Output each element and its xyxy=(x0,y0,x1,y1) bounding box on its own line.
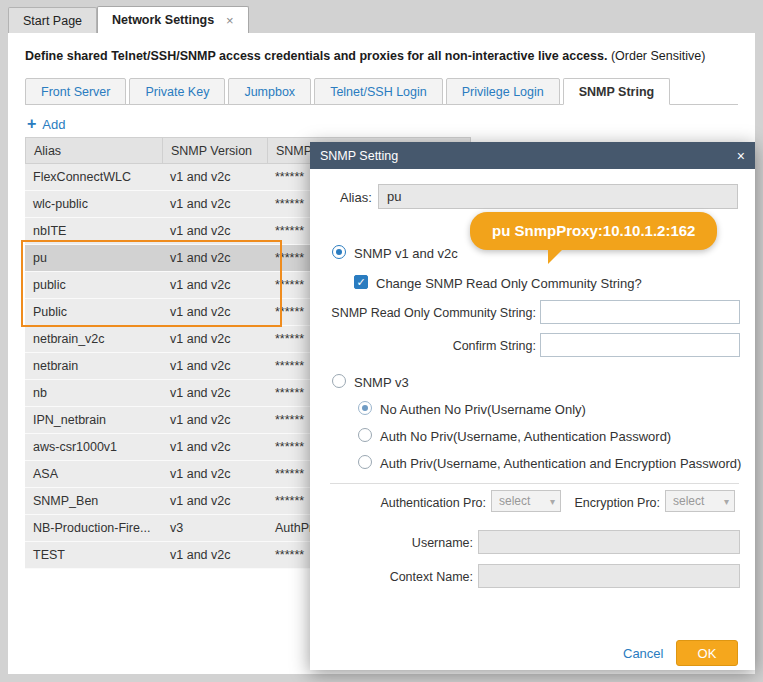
dialog-header: SNMP Setting × xyxy=(310,142,755,169)
cell-alias: TEST xyxy=(25,542,162,568)
v3-auth-priv-label: Auth Priv(Username, Authentication and E… xyxy=(380,456,741,471)
column-header-snmp-version[interactable]: SNMP Version xyxy=(163,138,268,163)
cell-alias: nb xyxy=(25,380,162,406)
cell-alias: Public xyxy=(25,299,162,325)
read-only-string-input[interactable] xyxy=(540,300,740,324)
add-button-label: Add xyxy=(42,117,65,132)
cell-snmp-version: v1 and v2c xyxy=(162,542,267,568)
authentication-pro-label: Authentication Pro: xyxy=(348,496,486,510)
confirm-string-input[interactable] xyxy=(540,333,740,357)
add-button[interactable]: + Add xyxy=(27,115,65,133)
description-text: Define shared Telnet/SSH/SNMP access cre… xyxy=(25,49,607,63)
read-only-string-label: SNMP Read Only Community String: xyxy=(328,306,536,320)
ok-button[interactable]: OK xyxy=(676,640,738,666)
cell-alias: public xyxy=(25,272,162,298)
encryption-pro-select[interactable]: select ▾ xyxy=(665,490,735,512)
cell-snmp-version: v1 and v2c xyxy=(162,326,267,352)
v3-auth-priv-radio[interactable] xyxy=(358,455,372,469)
change-community-string-checkbox[interactable]: ✓ xyxy=(354,275,368,289)
authentication-pro-select[interactable]: select ▾ xyxy=(491,490,561,512)
cell-snmp-version: v1 and v2c xyxy=(162,218,267,244)
tab-private-key[interactable]: Private Key xyxy=(129,78,225,105)
cell-alias: ASA xyxy=(25,461,162,487)
cell-alias: netbrain_v2c xyxy=(25,326,162,352)
snmp-setting-dialog: SNMP Setting × Alias: SNMP v1 and v2c pu… xyxy=(310,142,755,670)
dialog-close-icon[interactable]: × xyxy=(737,148,745,164)
cell-snmp-version: v1 and v2c xyxy=(162,353,267,379)
snmp-v1v2-label: SNMP v1 and v2c xyxy=(354,246,458,261)
cell-alias: nbITE xyxy=(25,218,162,244)
username-label: Username: xyxy=(368,536,473,550)
tab-start-page-label: Start Page xyxy=(23,14,82,28)
cell-alias: wlc-public xyxy=(25,191,162,217)
dialog-title: SNMP Setting xyxy=(320,149,398,163)
cell-alias: SNMP_Ben xyxy=(25,488,162,514)
tab-network-settings-label: Network Settings xyxy=(112,13,214,27)
v3-no-authen-radio[interactable] xyxy=(358,401,372,415)
encryption-pro-value: select xyxy=(673,494,704,508)
v3-auth-no-priv-label: Auth No Priv(Username, Authentication Pa… xyxy=(380,429,671,444)
snmp-proxy-tooltip-text: pu SnmpProxy:10.10.1.2:162 xyxy=(492,222,695,239)
cell-snmp-version: v1 and v2c xyxy=(162,272,267,298)
snmp-v1v2-radio[interactable] xyxy=(332,245,346,259)
authentication-pro-value: select xyxy=(499,494,530,508)
cell-snmp-version: v1 and v2c xyxy=(162,407,267,433)
cell-snmp-version: v1 and v2c xyxy=(162,164,267,190)
snmp-v3-radio[interactable] xyxy=(332,374,346,388)
cell-snmp-version: v1 and v2c xyxy=(162,488,267,514)
tab-telnet-ssh-login[interactable]: Telnet/SSH Login xyxy=(314,78,443,105)
cell-alias: aws-csr1000v1 xyxy=(25,434,162,460)
cell-snmp-version: v1 and v2c xyxy=(162,380,267,406)
cell-snmp-version: v1 and v2c xyxy=(162,299,267,325)
tooltip-tail xyxy=(548,248,564,264)
cell-snmp-version: v3 xyxy=(162,515,267,541)
close-tab-icon[interactable]: × xyxy=(226,13,234,28)
cell-alias: FlexConnectWLC xyxy=(25,164,162,190)
tab-front-server[interactable]: Front Server xyxy=(25,78,126,105)
cell-snmp-version: v1 and v2c xyxy=(162,191,267,217)
snmp-proxy-tooltip: pu SnmpProxy:10.10.1.2:162 xyxy=(470,212,717,250)
tab-network-settings[interactable]: Network Settings × xyxy=(97,6,249,33)
cell-alias: NB-Production-Fire... xyxy=(25,515,162,541)
confirm-string-label: Confirm String: xyxy=(328,339,536,353)
snmp-v3-label: SNMP v3 xyxy=(354,375,409,390)
tab-jumpbox[interactable]: Jumpbox xyxy=(228,78,311,105)
settings-tab-bar: Front Server Private Key Jumpbox Telnet/… xyxy=(25,77,738,105)
order-sensitive-note: (Order Sensitive) xyxy=(611,49,705,63)
column-header-alias[interactable]: Alias xyxy=(26,138,163,163)
v3-auth-no-priv-radio[interactable] xyxy=(358,428,372,442)
chevron-down-icon: ▾ xyxy=(550,496,555,507)
page-description: Define shared Telnet/SSH/SNMP access cre… xyxy=(25,49,705,63)
v3-no-authen-label: No Authen No Priv(Username Only) xyxy=(380,402,586,417)
cancel-button[interactable]: Cancel xyxy=(623,646,663,661)
chevron-down-icon: ▾ xyxy=(724,496,729,507)
change-community-string-label: Change SNMP Read Only Community String? xyxy=(376,276,642,291)
cell-alias: IPN_netbrain xyxy=(25,407,162,433)
username-input[interactable] xyxy=(478,530,740,554)
cell-alias: pu xyxy=(25,245,162,271)
add-icon: + xyxy=(27,115,36,133)
encryption-pro-label: Encryption Pro: xyxy=(568,496,660,510)
section-divider xyxy=(330,483,739,484)
top-tab-bar: Start Page Network Settings × xyxy=(0,0,763,33)
cell-snmp-version: v1 and v2c xyxy=(162,434,267,460)
tab-snmp-string[interactable]: SNMP String xyxy=(563,78,670,105)
cell-alias: netbrain xyxy=(25,353,162,379)
context-name-label: Context Name: xyxy=(368,570,473,584)
alias-label: Alias: xyxy=(340,190,372,205)
alias-input[interactable] xyxy=(378,184,738,209)
checkmark-icon: ✓ xyxy=(356,276,365,288)
context-name-input[interactable] xyxy=(478,564,740,588)
tab-privilege-login[interactable]: Privilege Login xyxy=(446,78,560,105)
cell-snmp-version: v1 and v2c xyxy=(162,245,267,271)
cell-snmp-version: v1 and v2c xyxy=(162,461,267,487)
tab-start-page[interactable]: Start Page xyxy=(8,7,97,33)
